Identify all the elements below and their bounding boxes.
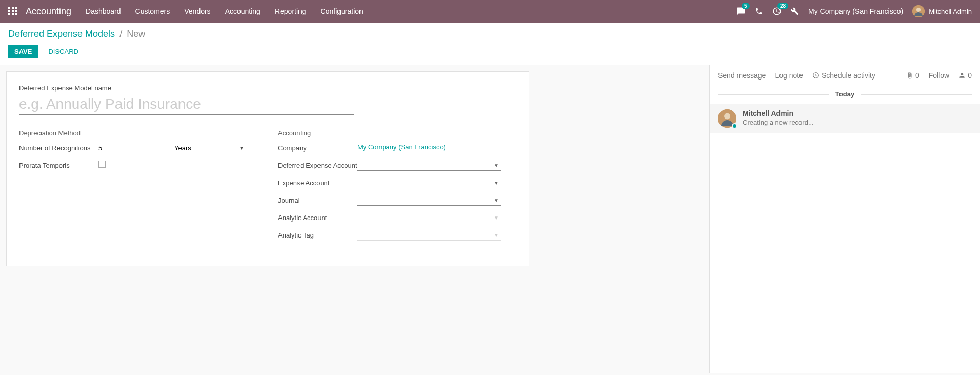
expense-account-input[interactable] — [357, 178, 501, 188]
analytic-account-input[interactable] — [357, 213, 501, 223]
log-note-button[interactable]: Log note — [775, 71, 803, 80]
apps-icon[interactable] — [8, 7, 17, 16]
phone-icon[interactable] — [755, 7, 763, 15]
num-recognitions-input[interactable] — [98, 143, 170, 153]
analytic-account-label: Analytic Account — [278, 213, 357, 222]
send-message-button[interactable]: Send message — [718, 71, 766, 80]
clock-icon — [812, 72, 819, 79]
name-input[interactable] — [19, 94, 354, 115]
breadcrumb-parent[interactable]: Deferred Expense Models — [8, 29, 115, 39]
name-field-label: Deferred Expense Model name — [19, 84, 516, 92]
nav-menu: Dashboard Customers Vendors Accounting R… — [86, 7, 363, 15]
chatter-panel: Send message Log note Schedule activity … — [709, 65, 980, 373]
nav-reporting[interactable]: Reporting — [275, 7, 306, 15]
discard-button[interactable]: DISCARD — [42, 45, 85, 58]
breadcrumb: Deferred Expense Models / New — [8, 29, 972, 40]
deferred-expense-account-input[interactable] — [357, 161, 501, 171]
company-selector[interactable]: My Company (San Francisco) — [808, 7, 903, 15]
company-value[interactable]: My Company (San Francisco) — [357, 143, 446, 151]
accounting-group-title: Accounting — [278, 129, 516, 137]
main-content: Deferred Expense Model name Depreciation… — [0, 65, 980, 373]
svg-point-1 — [916, 8, 921, 12]
nav-accounting[interactable]: Accounting — [225, 7, 261, 15]
app-brand[interactable]: Accounting — [26, 6, 71, 17]
person-icon — [958, 72, 966, 79]
attachments-button[interactable]: 0 — [906, 71, 919, 80]
top-navbar: Accounting Dashboard Customers Vendors A… — [0, 0, 980, 23]
nav-customers[interactable]: Customers — [135, 7, 170, 15]
followers-button[interactable]: 0 — [958, 71, 972, 80]
analytic-tag-label: Analytic Tag — [278, 230, 357, 239]
analytic-tag-input[interactable] — [357, 230, 501, 241]
user-name: Mitchell Admin — [929, 8, 972, 15]
recognitions-unit-select[interactable] — [174, 143, 246, 153]
svg-point-3 — [724, 113, 730, 120]
message-body: Creating a new record... — [743, 119, 814, 126]
messages-badge: 5 — [742, 3, 750, 9]
messages-icon[interactable]: 5 — [736, 7, 746, 16]
journal-label: Journal — [278, 195, 357, 204]
company-label: Company — [278, 143, 357, 152]
schedule-activity-button[interactable]: Schedule activity — [812, 71, 875, 80]
message-avatar-icon — [718, 109, 736, 128]
save-button[interactable]: SAVE — [8, 45, 38, 58]
breadcrumb-current: New — [127, 29, 145, 39]
online-status-icon — [732, 123, 737, 129]
prorata-label: Prorata Temporis — [19, 161, 98, 169]
debug-icon[interactable] — [791, 7, 799, 15]
chatter-message: Mitchell Admin Creating a new record... — [710, 104, 980, 133]
prorata-checkbox[interactable] — [98, 161, 106, 168]
deferred-expense-account-label: Deferred Expense Account — [278, 161, 357, 169]
nav-configuration[interactable]: Configuration — [321, 7, 363, 15]
activities-icon[interactable]: 28 — [772, 7, 782, 16]
follow-button[interactable]: Follow — [929, 71, 949, 80]
nav-dashboard[interactable]: Dashboard — [86, 7, 121, 15]
control-panel: Deferred Expense Models / New SAVE DISCA… — [0, 23, 980, 65]
depreciation-group-title: Depreciation Method — [19, 129, 257, 137]
journal-input[interactable] — [357, 195, 501, 206]
expense-account-label: Expense Account — [278, 178, 357, 187]
num-recognitions-label: Number of Recognitions — [19, 143, 98, 152]
user-avatar-icon — [912, 5, 925, 17]
nav-vendors[interactable]: Vendors — [184, 7, 210, 15]
user-menu[interactable]: Mitchell Admin — [912, 5, 972, 17]
form-sheet: Deferred Expense Model name Depreciation… — [6, 71, 529, 266]
chatter-day-separator: Today — [710, 90, 980, 98]
message-author: Mitchell Admin — [743, 109, 814, 117]
activities-badge: 28 — [777, 3, 788, 9]
paperclip-icon — [906, 72, 913, 79]
